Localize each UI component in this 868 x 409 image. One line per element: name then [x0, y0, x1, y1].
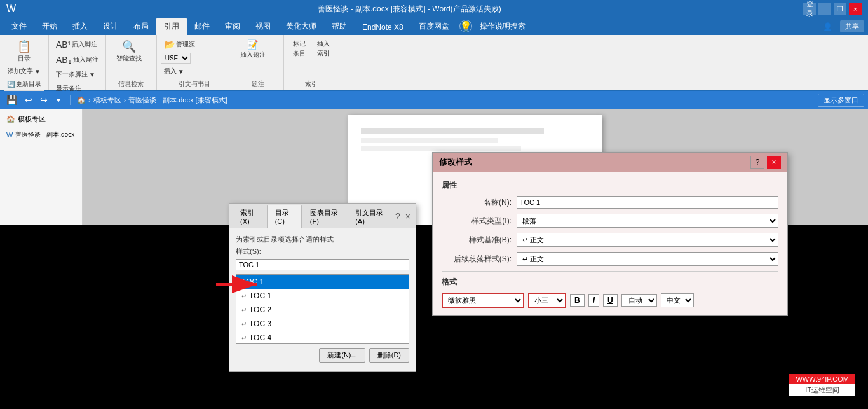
modify-question-btn[interactable]: ? [750, 156, 764, 169]
style-dialog-close[interactable]: × [403, 205, 413, 228]
insert-citation-btn[interactable]: 插入▼ [161, 65, 198, 78]
style-item-toc2[interactable]: ↵ TOC 2 [236, 303, 409, 317]
color-select[interactable]: 自动 [621, 294, 657, 307]
menu-item-view[interactable]: 视图 [248, 18, 278, 35]
search-group-label: 信息检索 [110, 78, 153, 88]
menu-item-beautify[interactable]: 美化大师 [278, 18, 324, 35]
index-group-label: 索引 [288, 78, 335, 88]
tab-citation[interactable]: 引文目录(A) [347, 205, 393, 228]
style-name-input[interactable] [236, 259, 409, 270]
menu-item-search[interactable]: 操作说明搜索 [472, 18, 533, 35]
share-btn[interactable]: 共享 [840, 20, 864, 32]
add-text-btn[interactable]: 添加文字▼ [4, 65, 44, 78]
format-label: 格式 [442, 277, 778, 288]
style-type-select[interactable]: 段落 [517, 214, 778, 228]
menu-item-help[interactable]: 帮助 [324, 18, 355, 35]
breadcrumb-filename: 善医怪谈 - 副本.docx [兼容模式] [128, 95, 227, 105]
menu-item-start[interactable]: 开始 [34, 18, 65, 35]
lang-select[interactable]: 中文 [661, 293, 694, 307]
tab-figure[interactable]: 图表目录(F) [302, 205, 347, 228]
ribbon-spacer [339, 35, 868, 90]
style-base-select[interactable]: ↵ 正文 [517, 233, 778, 247]
restore-btn[interactable]: ❐ [834, 3, 846, 15]
manage-source-btn[interactable]: 📂 管理源 [161, 38, 198, 52]
modify-close-btn[interactable]: × [767, 156, 781, 169]
endnote-icon: AB₁ [56, 55, 72, 65]
doc-line1 [361, 128, 544, 134]
style-list[interactable]: TOC 1 ↵ TOC 1 ↵ TOC 2 ↵ TOC 3 [236, 274, 409, 344]
style-dialog-tabs: 索引(X) 目录(C) 图表目录(F) 引文目录(A) ? × [229, 204, 416, 228]
underline-btn[interactable]: U [603, 294, 618, 307]
toc-buttons: 📋 目录 添加文字▼ 🔄 更新目录 [4, 38, 44, 90]
home-icon: 🏠 [6, 115, 15, 123]
style-item-toc1[interactable]: ↵ TOC 1 [236, 289, 409, 303]
italic-btn[interactable]: I [588, 294, 599, 307]
tab-toc[interactable]: 目录(C) [267, 205, 302, 228]
next-style-label: 后续段落样式(S): [442, 254, 512, 265]
close-btn[interactable]: × [849, 3, 862, 15]
sidebar-home[interactable]: 🏠 模板专区 [0, 111, 82, 127]
font-select[interactable]: 微软雅黑 [442, 293, 524, 308]
doc-line3 [361, 146, 521, 151]
style-item-label: TOC 1 [241, 277, 264, 286]
modify-title-bar: 修改样式 ? × [433, 153, 787, 172]
delete-style-btn[interactable]: 删除(D) [369, 348, 409, 363]
title-bar: W 善医怪谈 - 副本.docx [兼容模式] - Word(产品激活失败) 登… [0, 0, 868, 18]
insert-index-btn[interactable]: 插入 索引 [312, 38, 335, 60]
ribbon-group-search: 🔍 智能查找 信息检索 [106, 35, 157, 90]
multi-window-btn[interactable]: 显示多窗口 [818, 94, 864, 107]
user-icon[interactable]: 👤 [818, 21, 837, 32]
modify-dialog: 修改样式 ? × 属性 名称(N): 样式类型(I): 段落 [432, 152, 788, 316]
smart-search-btn[interactable]: 🔍 智能查找 [110, 38, 148, 65]
style-item-toc3[interactable]: ↵ TOC 3 [236, 317, 409, 331]
bold-btn[interactable]: B [570, 294, 585, 307]
undo-btn[interactable]: ↩ [22, 94, 35, 106]
style-type-label: 样式类型(I): [442, 216, 512, 226]
mark-entry-btn[interactable]: 标记 条目 [288, 38, 311, 60]
sidebar-doc[interactable]: W 善医怪谈 - 副本.docx [0, 127, 82, 142]
smart-search-icon: 🔍 [122, 39, 136, 53]
toc-btn[interactable]: 📋 目录 [13, 38, 36, 65]
breadcrumb-home[interactable]: 🏠 [77, 96, 86, 104]
style-dialog-question[interactable]: ? [393, 205, 403, 228]
next-footnote-btn[interactable]: 下一条脚注▼ [53, 68, 102, 81]
breadcrumb-template[interactable]: 模板专区 [93, 95, 121, 105]
update-toc-btn[interactable]: 🔄 更新目录 [4, 78, 44, 90]
style-item-toc1-selected[interactable]: TOC 1 [236, 275, 409, 289]
ribbon-group-insert: 📂 管理源 USE 插入▼ 引文与书目 [157, 35, 233, 90]
minimize-btn[interactable]: — [818, 3, 831, 15]
redo-btn[interactable]: ↪ [37, 94, 50, 106]
qa-dropdown-btn[interactable]: ▼ [53, 95, 64, 105]
citation-dropdown-icon: ▼ [178, 68, 184, 75]
style-item-toc4[interactable]: ↵ TOC 4 [236, 331, 409, 344]
menu-item-reference[interactable]: 引用 [156, 18, 187, 35]
menu-item-design[interactable]: 设计 [95, 18, 126, 35]
name-input[interactable] [517, 196, 778, 209]
font-size-select[interactable]: 小三 [528, 293, 566, 308]
style-select[interactable]: USE [161, 53, 191, 64]
menu-item-layout[interactable]: 布局 [126, 18, 156, 35]
insert-caption-btn[interactable]: 📝 插入题注 [237, 38, 269, 61]
doc-line2 [361, 138, 498, 143]
menu-item-baidu[interactable]: 百度网盘 [411, 18, 457, 35]
next-style-row: 后续段落样式(S): ↵ 正文 [442, 252, 778, 266]
modify-content: 属性 名称(N): 样式类型(I): 段落 样式基准(B): ↵ 正文 [433, 172, 787, 315]
search-buttons: 🔍 智能查找 [110, 38, 148, 78]
menu-item-endnote[interactable]: EndNote X8 [355, 20, 411, 35]
style-base-label: 样式基准(B): [442, 235, 512, 246]
app: W 善医怪谈 - 副本.docx [兼容模式] - Word(产品激活失败) 登… [0, 0, 868, 409]
tab-index[interactable]: 索引(X) [232, 205, 267, 228]
menu-item-file[interactable]: 文件 [4, 18, 34, 35]
doc-icon: W [6, 131, 13, 139]
login-btn[interactable]: 登录 [803, 3, 816, 15]
menu-item-review[interactable]: 审阅 [217, 18, 248, 35]
insert-footnote-btn[interactable]: AB¹ 插入脚注 [53, 38, 102, 52]
new-style-btn[interactable]: 新建(N)... [319, 348, 365, 363]
insert-endnote-btn[interactable]: AB₁ 插入尾注 [53, 53, 102, 67]
next-style-select[interactable]: ↵ 正文 [517, 252, 778, 266]
ribbon-group-index: 标记 条目 插入 索引 索引 [284, 35, 339, 90]
menu-item-insert[interactable]: 插入 [65, 18, 95, 35]
save-qa-btn[interactable]: 💾 [4, 94, 20, 106]
header-right: 👤 共享 [818, 20, 864, 35]
menu-item-mail[interactable]: 邮件 [187, 18, 217, 35]
